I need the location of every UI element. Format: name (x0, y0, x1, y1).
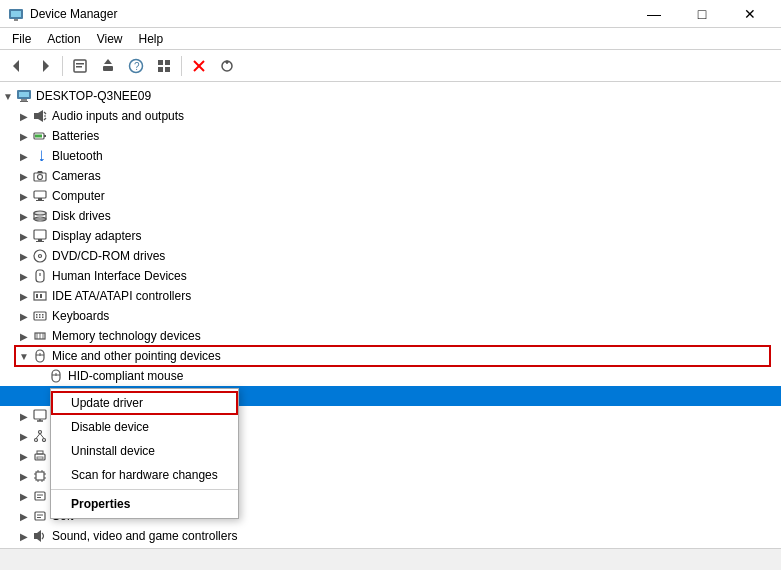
toolbar-separator-2 (181, 56, 182, 76)
tree-item-audio[interactable]: ▶ Audio inputs and outputs (0, 106, 781, 126)
tree-item-computer[interactable]: ▶ Computer (0, 186, 781, 206)
scan-button[interactable] (214, 53, 240, 79)
app-icon (8, 6, 24, 22)
item-icon-computer (32, 188, 48, 204)
device-tree[interactable]: ▼ DESKTOP-Q3NEE09 ▶ Audio inputs and out… (0, 82, 781, 548)
expander-icon[interactable]: ▶ (16, 431, 32, 442)
root-expander[interactable]: ▼ (0, 91, 16, 102)
tree-item-hid[interactable]: ▶ Human Interface Devices (0, 266, 781, 286)
menu-file[interactable]: File (4, 30, 39, 48)
item-icon-hid (32, 268, 48, 284)
window-title: Device Manager (30, 7, 631, 21)
menu-view[interactable]: View (89, 30, 131, 48)
menu-help[interactable]: Help (131, 30, 172, 48)
svg-rect-96 (35, 512, 45, 520)
item-icon-printers (32, 448, 48, 464)
item-icon-dvd (32, 248, 48, 264)
toolbar-separator-1 (62, 56, 63, 76)
expander-icon[interactable]: ▶ (16, 471, 32, 482)
svg-rect-13 (165, 60, 170, 65)
expander-icon[interactable]: ▶ (16, 411, 32, 422)
expander-icon[interactable]: ▶ (16, 311, 32, 322)
expander-icon[interactable]: ▶ (16, 171, 32, 182)
svg-rect-56 (42, 314, 44, 316)
svg-rect-54 (36, 314, 38, 316)
svg-line-29 (44, 118, 46, 120)
tree-item-hid-mouse[interactable]: HID-compliant mouse (0, 366, 781, 386)
back-button[interactable] (4, 53, 30, 79)
svg-rect-57 (36, 317, 38, 319)
tree-root[interactable]: ▼ DESKTOP-Q3NEE09 (0, 86, 781, 106)
tree-item-bluetooth[interactable]: ▶ ⭣ Bluetooth (0, 146, 781, 166)
item-label-bluetooth: Bluetooth (52, 149, 103, 163)
context-menu-uninstall-device[interactable]: Uninstall device (51, 439, 238, 463)
expander-icon[interactable]: ▶ (16, 211, 32, 222)
svg-rect-52 (40, 294, 42, 298)
expander-icon[interactable]: ▶ (16, 271, 32, 282)
item-label-mice: Mice and other pointing devices (52, 349, 221, 363)
svg-rect-93 (35, 492, 45, 500)
tree-item-display[interactable]: ▶ Display adapters (0, 226, 781, 246)
svg-marker-26 (38, 110, 43, 122)
help-button[interactable]: ? (123, 53, 149, 79)
item-label-hid: Human Interface Devices (52, 269, 187, 283)
minimize-button[interactable]: — (631, 0, 677, 28)
context-menu-properties[interactable]: Properties (51, 492, 238, 516)
expander-placeholder (32, 391, 48, 402)
menu-action[interactable]: Action (39, 30, 88, 48)
forward-button[interactable] (32, 53, 58, 79)
expander-icon[interactable]: ▶ (16, 251, 32, 262)
tree-item-batteries[interactable]: ▶ Batteries (0, 126, 781, 146)
item-icon-batteries (32, 128, 48, 144)
context-menu-update-driver[interactable]: Update driver (51, 391, 238, 415)
tree-item-memory[interactable]: ▶ Memory technology devices (0, 326, 781, 346)
svg-rect-31 (44, 135, 46, 137)
expander-icon[interactable]: ▶ (16, 131, 32, 142)
expander-icon[interactable]: ▶ (16, 451, 32, 462)
svg-rect-84 (36, 472, 44, 480)
svg-rect-25 (34, 113, 38, 119)
update-driver-button[interactable] (95, 53, 121, 79)
tree-item-mice[interactable]: ▼ Mice and other pointing devices (0, 346, 781, 366)
item-icon-mice (32, 348, 48, 364)
computer-icon (16, 88, 32, 104)
properties-button[interactable] (67, 53, 93, 79)
expander-icon[interactable]: ▶ (16, 511, 32, 522)
expander-icon[interactable]: ▶ (16, 531, 32, 542)
svg-rect-99 (34, 533, 37, 539)
item-icon-audio (32, 108, 48, 124)
expander-icon[interactable]: ▶ (16, 151, 32, 162)
item-icon-bluetooth: ⭣ (32, 148, 48, 164)
tree-item-storage[interactable]: ▶ Storage controllers (0, 546, 781, 548)
svg-marker-36 (37, 171, 43, 173)
tree-item-disk[interactable]: ▶ Disk drives (0, 206, 781, 226)
show-hidden-button[interactable] (151, 53, 177, 79)
expander-placeholder (32, 371, 48, 382)
close-button[interactable]: ✕ (727, 0, 773, 28)
svg-rect-43 (34, 230, 46, 239)
svg-rect-73 (34, 410, 46, 419)
tree-item-sound[interactable]: ▶ Sound, video and game controllers (0, 526, 781, 546)
context-menu-disable-device[interactable]: Disable device (51, 415, 238, 439)
tree-item-ide[interactable]: ▶ IDE ATA/ATAPI controllers (0, 286, 781, 306)
expander-icon[interactable]: ▼ (16, 351, 32, 362)
tree-item-cameras[interactable]: ▶ Cameras (0, 166, 781, 186)
expander-icon[interactable]: ▶ (16, 291, 32, 302)
svg-point-77 (35, 439, 38, 442)
expander-icon[interactable]: ▶ (16, 491, 32, 502)
context-menu-scan-hardware[interactable]: Scan for hardware changes (51, 463, 238, 487)
item-icon-soft2 (32, 508, 48, 524)
remove-device-button[interactable] (186, 53, 212, 79)
svg-line-27 (44, 112, 46, 114)
toolbar: ? (0, 50, 781, 82)
tree-item-dvd[interactable]: ▶ DVD/CD-ROM drives (0, 246, 781, 266)
expander-icon[interactable]: ▶ (16, 331, 32, 342)
item-label-sound: Sound, video and game controllers (52, 529, 237, 543)
expander-icon[interactable]: ▶ (16, 231, 32, 242)
tree-item-keyboards[interactable]: ▶ Keyboards (0, 306, 781, 326)
expander-icon[interactable]: ▶ (16, 191, 32, 202)
expander-icon[interactable]: ▶ (16, 111, 32, 122)
maximize-button[interactable]: □ (679, 0, 725, 28)
svg-rect-58 (39, 317, 41, 319)
svg-marker-9 (104, 59, 112, 64)
